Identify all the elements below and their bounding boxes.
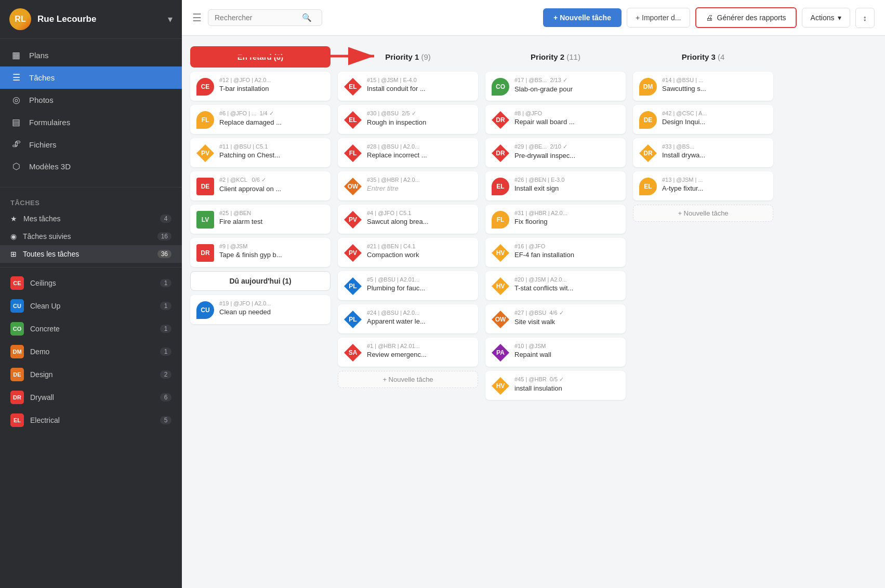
ceilings-label: Ceilings	[30, 279, 56, 287]
task-info: #24 | @BSU | A2.0... Apparent water le..…	[367, 310, 472, 325]
sidebar-item-cleanup[interactable]: CU Clean Up 1	[0, 295, 182, 317]
sidebar-item-photos[interactable]: ◎ Photos	[0, 89, 182, 111]
sidebar-item-modeles3d[interactable]: ⬡ Modèles 3D	[0, 155, 182, 178]
taches-suivies-badge: 16	[157, 232, 171, 240]
sidebar-item-taches-suivies[interactable]: ◉ Tâches suivies 16	[0, 228, 182, 245]
sidebar-item-taches[interactable]: ☰ Tâches	[0, 66, 182, 89]
task-title: Patching on Chest...	[219, 151, 324, 159]
sidebar-item-design[interactable]: DE Design 2	[0, 363, 182, 386]
sidebar-item-drywall[interactable]: DR Drywall 6	[0, 386, 182, 409]
task-title: Clean up needed	[219, 308, 324, 316]
task-card[interactable]: PV #21 | @BEN | C4.1 Compaction work	[338, 238, 478, 267]
task-card[interactable]: EL #15 | @JSM | E-4.0 Install conduit fo…	[338, 72, 478, 101]
task-info: #20 | @JSM | A2.0... T-stat conflicts wi…	[514, 276, 619, 292]
concrete-label: Concrete	[30, 325, 60, 333]
task-card[interactable]: DE #2 | @KCL 0/6 ✓ Client approval on ..…	[190, 171, 331, 201]
photos-icon: ◎	[10, 95, 22, 105]
sidebar-item-electrical[interactable]: EL Electrical 5	[0, 409, 182, 432]
task-card[interactable]: HV #45 | @HBR 0/5 ✓ install insulation	[485, 371, 626, 400]
task-title: T-stat conflicts wit...	[514, 284, 619, 292]
sidebar-item-demo[interactable]: DM Demo 1	[0, 340, 182, 363]
task-avatar: LV	[196, 211, 214, 229]
task-card[interactable]: SA #1 | @HBR | A2.01... Review emergenc.…	[338, 338, 478, 367]
formulaires-icon: ▤	[10, 117, 22, 128]
task-title: EF-4 fan installation	[514, 251, 619, 259]
task-card[interactable]: CO #17 | @BS... 2/13 ✓ Slab-on-grade pou…	[485, 72, 626, 101]
task-card[interactable]: PL #24 | @BSU | A2.0... Apparent water l…	[338, 304, 478, 333]
task-card[interactable]: LV #25 | @BEN Fire alarm test	[190, 205, 331, 234]
kanban-area: En retard (6) CE #12 | @JFO | A2.0... T-…	[182, 36, 885, 588]
task-title: Install conduit for ...	[367, 85, 472, 92]
sort-button[interactable]: ↕	[855, 8, 875, 28]
task-meta: #29 | @BE... 2/10 ✓	[514, 143, 619, 150]
task-title: Sawcut along brea...	[367, 218, 472, 225]
chevron-down-icon[interactable]: ▾	[168, 14, 173, 25]
sidebar-item-mes-taches[interactable]: ★ Mes tâches 4	[0, 210, 182, 228]
task-card[interactable]: DR #29 | @BE... 2/10 ✓ Pre-drywall inspe…	[485, 138, 626, 167]
task-card[interactable]: EL #30 | @BSU 2/5 ✓ Rough in inspection	[338, 105, 478, 134]
task-meta: #31 | @HBR | A2.0...	[514, 210, 619, 216]
task-meta: #11 | @BSU | C5.1	[219, 143, 324, 150]
demo-count: 1	[160, 348, 171, 356]
column-title-priority3: Priority 3 (4	[633, 46, 773, 68]
task-card[interactable]: FL #31 | @HBR | A2.0... Fix flooring	[485, 205, 626, 234]
task-card[interactable]: HV #16 | @JFO EF-4 fan installation	[485, 238, 626, 267]
concrete-count: 1	[160, 325, 171, 333]
sidebar-item-toutes-les-taches[interactable]: ⊞ Toutes les tâches 36	[0, 245, 182, 263]
task-avatar: HV	[492, 277, 509, 295]
task-card[interactable]: DR #8 | @JFO Repair wall board ...	[485, 105, 626, 134]
add-task-button-p3[interactable]: + Nouvelle tâche	[633, 205, 773, 222]
report-btn-wrapper: 🖨 Générer des rapports	[695, 7, 797, 28]
task-card[interactable]: CE #12 | @JFO | A2.0... T-bar installati…	[190, 72, 331, 101]
task-title: Install drywa...	[662, 151, 767, 159]
search-input[interactable]	[215, 14, 298, 22]
sidebar-item-concrete[interactable]: CO Concrete 1	[0, 317, 182, 340]
column-title-late: En retard (6)	[190, 46, 331, 68]
task-card[interactable]: PL #5 | @BSU | A2.01... Plumbing for fau…	[338, 271, 478, 300]
task-card[interactable]: EL #13 | @JSM | ... A-type fixtur...	[633, 171, 773, 201]
task-card[interactable]: PV #4 | @JFO | C5.1 Sawcut along brea...	[338, 205, 478, 234]
task-card[interactable]: DE #42 | @CSC | A... Design Inqui...	[633, 105, 773, 134]
task-avatar: PL	[344, 311, 362, 328]
sidebar-item-plans[interactable]: ▦ Plans	[0, 44, 182, 66]
task-info: #9 | @JSM Tape & finish gyp b...	[219, 243, 324, 259]
sidebar-item-label: Photos	[29, 96, 54, 104]
task-info: #33 | @BS... Install drywa...	[662, 143, 767, 159]
sidebar-item-label: Modèles 3D	[29, 162, 71, 171]
task-card[interactable]: OW #35 | @HBR | A2.0... Entrer titre	[338, 171, 478, 201]
task-card[interactable]: PV #11 | @BSU | C5.1 Patching on Chest..…	[190, 138, 331, 167]
task-meta: #4 | @JFO | C5.1	[367, 210, 472, 216]
task-info: #14 | @BSU | ... Sawcutting s...	[662, 77, 767, 92]
task-title: Apparent water le...	[367, 317, 472, 325]
task-card[interactable]: FL #28 | @BSU | A2.0... Replace incorrec…	[338, 138, 478, 167]
actions-button[interactable]: Actions ▾	[802, 8, 850, 28]
task-title: Repaint wall	[514, 351, 619, 358]
sidebar-item-ceilings[interactable]: CE Ceilings 1	[0, 272, 182, 295]
task-avatar: FL	[196, 111, 214, 129]
sidebar-header[interactable]: RL Rue Lecourbe ▾	[0, 0, 182, 39]
task-card[interactable]: PA #10 | @JSM Repaint wall	[485, 338, 626, 367]
sidebar-item-fichiers[interactable]: 🖇 Fichiers	[0, 133, 182, 155]
sidebar-item-formulaires[interactable]: ▤ Formulaires	[0, 111, 182, 133]
task-card[interactable]: DM #14 | @BSU | ... Sawcutting s...	[633, 72, 773, 101]
task-card[interactable]: FL #6 | @JFO | ... 1/4 ✓ Replace damaged…	[190, 105, 331, 134]
task-avatar: DR	[639, 144, 657, 162]
task-title: Replace incorrect ...	[367, 151, 472, 159]
task-card[interactable]: HV #20 | @JSM | A2.0... T-stat conflicts…	[485, 271, 626, 300]
task-info: #8 | @JFO Repair wall board ...	[514, 110, 619, 126]
hamburger-icon[interactable]: ☰	[192, 11, 202, 24]
new-task-button[interactable]: + Nouvelle tâche	[543, 8, 622, 27]
demo-label: Demo	[30, 348, 49, 356]
task-card[interactable]: DR #33 | @BS... Install drywa...	[633, 138, 773, 167]
column-title-priority2: Priority 2 (11)	[485, 46, 626, 68]
add-task-button-p1[interactable]: + Nouvelle tâche	[338, 371, 478, 388]
task-card[interactable]: EL #26 | @BEN | E-3.0 Install exit sign	[485, 171, 626, 201]
task-card[interactable]: DR #9 | @JSM Tape & finish gyp b...	[190, 238, 331, 267]
task-card[interactable]: CU #19 | @JFO | A2.0... Clean up needed	[190, 295, 331, 324]
generate-report-button[interactable]: 🖨 Générer des rapports	[695, 7, 797, 28]
task-info: #31 | @HBR | A2.0... Fix flooring	[514, 210, 619, 225]
task-meta: #24 | @BSU | A2.0...	[367, 310, 472, 316]
task-card[interactable]: OW #27 | @BSU 4/6 ✓ Site visit walk	[485, 304, 626, 333]
design-label: Design	[30, 370, 53, 379]
import-button[interactable]: + Importer d...	[627, 8, 690, 28]
